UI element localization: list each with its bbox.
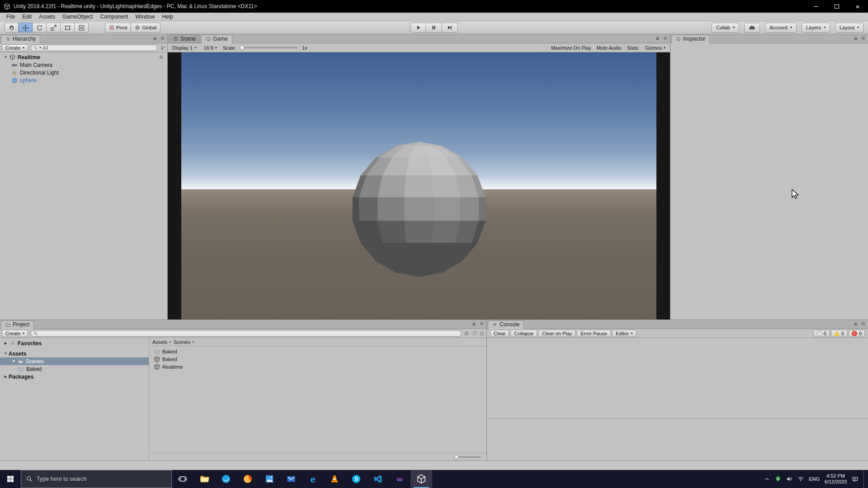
- file-item-realtime-scene[interactable]: Realtime: [149, 363, 486, 371]
- foldout-open-icon[interactable]: ▼: [3, 352, 9, 356]
- scale-slider[interactable]: [240, 47, 297, 48]
- collapse-button[interactable]: Collapse: [510, 330, 537, 337]
- error-count-toggle[interactable]: ! 0: [849, 330, 865, 337]
- inspector-tab[interactable]: Inspector: [671, 35, 710, 43]
- panel-menu-icon[interactable]: [160, 36, 165, 41]
- panel-menu-icon[interactable]: [861, 36, 866, 41]
- foldout-closed-icon[interactable]: ▶: [3, 375, 9, 379]
- foldout-open-icon[interactable]: ▼: [3, 55, 9, 59]
- taskbar-app-visual-studio[interactable]: ∞: [389, 470, 410, 488]
- project-tab[interactable]: Project: [1, 320, 34, 329]
- pause-button[interactable]: [426, 23, 442, 33]
- menu-gameobject[interactable]: GameObject: [59, 13, 96, 20]
- taskbar-app-unity[interactable]: [410, 470, 432, 488]
- panel-menu-icon[interactable]: [663, 36, 668, 41]
- taskbar-app-mail[interactable]: [280, 470, 302, 488]
- scale-slider-knob[interactable]: [240, 45, 245, 50]
- taskbar-app-vlc[interactable]: [324, 470, 345, 488]
- tree-item-packages[interactable]: ▶ Packages: [0, 373, 149, 380]
- defender-shield-icon[interactable]: [775, 476, 781, 482]
- game-tab[interactable]: Game: [201, 35, 232, 43]
- sort-icon[interactable]: [160, 45, 165, 51]
- taskbar-search[interactable]: Type here to search: [21, 470, 172, 488]
- close-button[interactable]: ×: [847, 0, 868, 13]
- file-item-baked-folder[interactable]: Baked: [149, 347, 486, 355]
- taskbar-app-task-view[interactable]: [172, 470, 193, 488]
- lock-icon[interactable]: [152, 36, 157, 41]
- hierarchy-search-input[interactable]: ▾ All: [30, 44, 158, 51]
- start-button[interactable]: [0, 470, 21, 488]
- global-button[interactable]: Global: [131, 23, 160, 33]
- layers-button[interactable]: Layers ▾: [802, 23, 830, 33]
- action-center-icon[interactable]: [852, 476, 859, 483]
- tree-item-assets[interactable]: ▼ Assets: [0, 350, 149, 357]
- volume-icon[interactable]: [786, 476, 793, 482]
- file-item-baked-scene[interactable]: Baked: [149, 355, 486, 363]
- menu-component[interactable]: Component: [96, 13, 132, 20]
- error-pause-button[interactable]: Error Pause: [577, 330, 611, 337]
- account-button[interactable]: Account ▾: [765, 23, 797, 33]
- console-log-list[interactable]: [487, 338, 868, 419]
- menu-window[interactable]: Window: [132, 13, 158, 20]
- minimize-button[interactable]: [806, 0, 826, 13]
- zoom-slider-knob[interactable]: [454, 455, 459, 459]
- gizmos-dropdown[interactable]: Gizmos ▾: [644, 45, 667, 51]
- scene-tab[interactable]: Scene: [169, 34, 200, 43]
- taskbar-clock[interactable]: 4:52 PM 6/12/2020: [825, 473, 847, 485]
- display-dropdown[interactable]: Display 1 ▾: [171, 45, 198, 51]
- taskbar-app-vscode[interactable]: [367, 470, 389, 488]
- search-by-label-icon[interactable]: [472, 331, 477, 336]
- hierarchy-item-directional-light[interactable]: Directional Light: [0, 69, 167, 76]
- show-desktop-button[interactable]: [863, 470, 867, 488]
- taskbar-app-browser[interactable]: [215, 470, 237, 488]
- lock-icon[interactable]: [853, 321, 858, 326]
- hierarchy-tab[interactable]: Hierarchy: [1, 35, 40, 43]
- tree-item-baked[interactable]: Baked: [0, 365, 149, 373]
- maximize-button[interactable]: [826, 0, 847, 13]
- thumbnail-zoom-slider[interactable]: [455, 456, 481, 458]
- hand-tool-button[interactable]: [5, 23, 19, 33]
- project-create-button[interactable]: Create ▾: [2, 330, 28, 337]
- clear-button[interactable]: Clear: [490, 330, 509, 337]
- layout-button[interactable]: Layout ▾: [835, 23, 863, 33]
- stats-button[interactable]: Stats: [627, 45, 638, 51]
- cloud-button[interactable]: [744, 23, 760, 33]
- menu-assets[interactable]: Assets: [35, 13, 59, 20]
- project-search-input[interactable]: [30, 330, 462, 337]
- maximize-on-play-button[interactable]: Maximize On Play: [551, 45, 591, 51]
- info-count-toggle[interactable]: ! 0: [813, 330, 830, 337]
- lock-icon[interactable]: [853, 36, 858, 41]
- search-by-type-icon[interactable]: [464, 331, 469, 336]
- scale-tool-button[interactable]: [47, 23, 61, 33]
- scene-menu-icon[interactable]: [159, 55, 164, 60]
- rect-tool-button[interactable]: [61, 23, 75, 33]
- hierarchy-item-sphere[interactable]: sphere: [0, 76, 167, 84]
- menu-help[interactable]: Help: [158, 13, 177, 20]
- language-indicator[interactable]: ENG: [809, 476, 820, 482]
- lock-icon[interactable]: [655, 36, 660, 41]
- mute-audio-button[interactable]: Mute Audio: [597, 45, 622, 51]
- pivot-button[interactable]: Pivot: [105, 23, 131, 33]
- favorite-search-icon[interactable]: [479, 331, 485, 336]
- play-button[interactable]: [410, 23, 426, 33]
- hierarchy-scene-row[interactable]: ▼ Realtime: [0, 53, 167, 61]
- move-tool-button[interactable]: [19, 23, 33, 33]
- panel-menu-icon[interactable]: [479, 321, 484, 326]
- editor-dropdown[interactable]: Editor ▾: [612, 330, 637, 337]
- menu-file[interactable]: File: [3, 13, 19, 20]
- taskbar-app-file-explorer[interactable]: [193, 470, 215, 488]
- taskbar-app-edge[interactable]: e: [302, 470, 324, 488]
- panel-menu-icon[interactable]: [861, 321, 866, 326]
- transform-tool-button[interactable]: [75, 23, 89, 33]
- game-view[interactable]: [168, 52, 670, 319]
- console-tab[interactable]: Console: [488, 320, 524, 329]
- lock-icon[interactable]: [472, 321, 476, 326]
- hidden-icons-chevron-icon[interactable]: [764, 476, 770, 482]
- hierarchy-create-button[interactable]: Create ▾: [2, 44, 28, 52]
- clear-on-play-button[interactable]: Clear on Play: [538, 330, 576, 337]
- breadcrumb-assets[interactable]: Assets: [152, 339, 167, 345]
- tree-item-scenes[interactable]: ▼ Scenes: [0, 357, 149, 365]
- menu-edit[interactable]: Edit: [19, 13, 35, 20]
- network-icon[interactable]: [797, 476, 804, 482]
- foldout-open-icon[interactable]: ▼: [11, 359, 17, 363]
